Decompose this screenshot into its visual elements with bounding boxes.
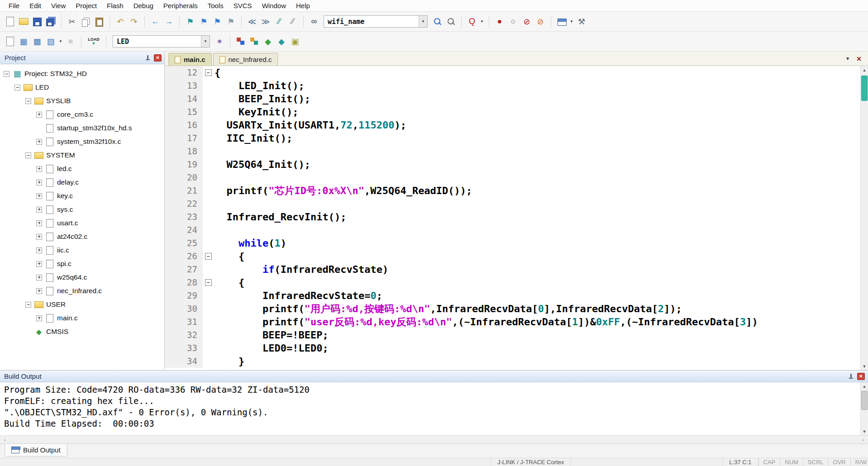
- tab-list-dropdown-icon[interactable]: ▼: [845, 56, 850, 61]
- close-build-output-icon[interactable]: ✕: [857, 373, 865, 380]
- close-project-panel-icon[interactable]: ✕: [154, 54, 162, 62]
- build-icon[interactable]: ▦: [17, 35, 30, 48]
- code-text[interactable]: BEEP_Init();: [215, 92, 310, 105]
- tree-item-led-c[interactable]: +led.c: [0, 162, 164, 176]
- code-text[interactable]: IIC_Init();: [215, 132, 292, 145]
- code-text[interactable]: LED0=!LED0;: [215, 342, 329, 355]
- tree-item-w25q64-c[interactable]: +w25q64.c: [0, 271, 164, 284]
- tree-item-cmsis[interactable]: ◆CMSIS: [0, 325, 164, 338]
- find-icon[interactable]: [431, 15, 444, 28]
- menu-item-help[interactable]: Help: [291, 0, 315, 11]
- tab-build-output[interactable]: Build Output: [5, 444, 67, 456]
- expander-icon[interactable]: −: [14, 85, 20, 90]
- unindent-icon[interactable]: ≪: [246, 15, 258, 28]
- code-text[interactable]: LED_Init();: [215, 79, 305, 92]
- enable-breakpoint-icon[interactable]: ○: [507, 15, 520, 28]
- expander-icon[interactable]: +: [36, 180, 42, 185]
- target-combo[interactable]: LED▼: [113, 35, 210, 48]
- scroll-track[interactable]: [861, 390, 868, 428]
- scroll-up-icon[interactable]: ▲: [861, 382, 868, 390]
- tab-nec-infrared-c[interactable]: nec_Infrared.c: [213, 53, 278, 66]
- tree-item-system-stm32f10x-c[interactable]: +system_stm32f10x.c: [0, 135, 164, 148]
- bookmark-clear-icon[interactable]: ⚑: [224, 15, 237, 28]
- tree-item-sys-c[interactable]: +sys.c: [0, 203, 164, 216]
- manage-components-icon[interactable]: [248, 35, 261, 48]
- code-text[interactable]: if(InfraredRecvState): [215, 263, 388, 276]
- navigate-forward-icon[interactable]: →: [162, 15, 175, 28]
- insert-breakpoint-icon[interactable]: ●: [493, 15, 506, 28]
- debug-session-icon[interactable]: Q: [466, 15, 478, 28]
- cut-icon[interactable]: ✂: [66, 15, 78, 28]
- manage-items-icon[interactable]: [234, 35, 247, 48]
- tree-item-syslib[interactable]: −SYSLIB: [0, 94, 164, 108]
- fold-collapse-icon[interactable]: −: [205, 69, 212, 76]
- menu-item-view[interactable]: View: [46, 0, 71, 11]
- menu-item-window[interactable]: Window: [257, 0, 291, 11]
- redo-icon[interactable]: ↷: [128, 15, 140, 28]
- dropdown-arrow-icon[interactable]: ▼: [201, 36, 210, 47]
- incremental-find-icon[interactable]: [444, 15, 457, 28]
- code-text[interactable]: W25Q64_Init();: [215, 158, 310, 171]
- tab-main-c[interactable]: main.c: [168, 53, 212, 66]
- debug-session-icon-dropdown[interactable]: ▼: [479, 15, 485, 28]
- options-target-icon[interactable]: ✶: [213, 35, 226, 48]
- code-text[interactable]: {: [215, 250, 244, 263]
- scroll-thumb[interactable]: [861, 391, 868, 410]
- bookmark-prev-icon[interactable]: ⚑: [197, 15, 210, 28]
- navigate-back-icon[interactable]: ←: [149, 15, 162, 28]
- close-document-icon[interactable]: ✕: [856, 55, 862, 62]
- code-text[interactable]: BEEP=!BEEP;: [215, 328, 329, 342]
- menu-item-file[interactable]: File: [4, 0, 24, 11]
- tree-item-led[interactable]: −LED: [0, 81, 164, 94]
- tree-item-system[interactable]: −SYSTEM: [0, 148, 164, 162]
- batch-build-icon-dropdown[interactable]: ▼: [58, 35, 63, 48]
- menu-item-svcs[interactable]: SVCS: [229, 0, 257, 11]
- build-output-vertical-scrollbar[interactable]: ▲ ▼: [860, 382, 868, 435]
- scroll-thumb[interactable]: [861, 76, 868, 101]
- kill-breakpoints-icon[interactable]: ⊘: [534, 15, 547, 28]
- menu-item-tools[interactable]: Tools: [203, 0, 229, 11]
- tree-item-iic-c[interactable]: +iic.c: [0, 243, 164, 257]
- paste-icon[interactable]: [93, 15, 105, 28]
- scroll-left-icon[interactable]: ‹: [1, 437, 9, 442]
- batch-build-icon[interactable]: ▨: [44, 35, 57, 48]
- select-packs-icon[interactable]: ◆: [275, 35, 288, 48]
- pack-installer-icon[interactable]: ▣: [289, 35, 301, 48]
- code-text[interactable]: USARTx_Init(USART1,72,115200);: [215, 119, 406, 132]
- expander-icon[interactable]: +: [36, 112, 42, 118]
- expander-icon[interactable]: −: [25, 302, 31, 308]
- code-area[interactable]: 12−{13 LED_Init();14 BEEP_Init();15 KeyI…: [165, 66, 860, 370]
- pin-icon[interactable]: [144, 54, 151, 62]
- code-text[interactable]: KeyInit();: [215, 105, 298, 119]
- expander-icon[interactable]: +: [36, 207, 42, 213]
- code-text[interactable]: while(1): [215, 237, 286, 250]
- find-combo[interactable]: wifi_name▼: [324, 15, 428, 28]
- runtime-env-icon[interactable]: ◆: [262, 35, 274, 48]
- uncomment-icon[interactable]: ∕∕: [286, 15, 299, 28]
- expander-icon[interactable]: −: [25, 98, 31, 104]
- build-output-pin-icon[interactable]: [848, 373, 854, 380]
- save-icon[interactable]: [31, 15, 43, 28]
- scroll-down-icon[interactable]: ▼: [861, 362, 868, 370]
- menu-item-project[interactable]: Project: [71, 0, 102, 11]
- expander-icon[interactable]: +: [36, 261, 42, 267]
- open-file-icon[interactable]: [17, 15, 30, 28]
- rebuild-icon[interactable]: ▩: [31, 35, 43, 48]
- menu-item-debug[interactable]: Debug: [129, 0, 158, 11]
- fold-collapse-icon[interactable]: −: [205, 279, 212, 286]
- scroll-track[interactable]: [861, 74, 868, 362]
- scroll-right-icon[interactable]: ›: [859, 437, 867, 442]
- disable-breakpoints-icon[interactable]: ⊘: [520, 15, 533, 28]
- code-text[interactable]: {: [215, 276, 244, 289]
- bookmark-next-icon[interactable]: ⚑: [211, 15, 224, 28]
- menu-item-edit[interactable]: Edit: [24, 0, 46, 11]
- expander-icon[interactable]: +: [36, 193, 42, 199]
- build-output-log[interactable]: Program Size: Code=4720 RO-data=336 RW-d…: [0, 382, 860, 435]
- tree-item-spi-c[interactable]: +spi.c: [0, 257, 164, 271]
- expander-icon[interactable]: +: [36, 288, 42, 294]
- tree-item-project-stm32-hd[interactable]: −▦Project: STM32_HD: [0, 67, 164, 81]
- bookmark-toggle-icon[interactable]: ⚑: [184, 15, 196, 28]
- tree-item-main-c[interactable]: +main.c: [0, 311, 164, 325]
- tree-item-at24c02-c[interactable]: +at24c02.c: [0, 230, 164, 243]
- code-text[interactable]: Infrared_RecvInit();: [215, 210, 346, 223]
